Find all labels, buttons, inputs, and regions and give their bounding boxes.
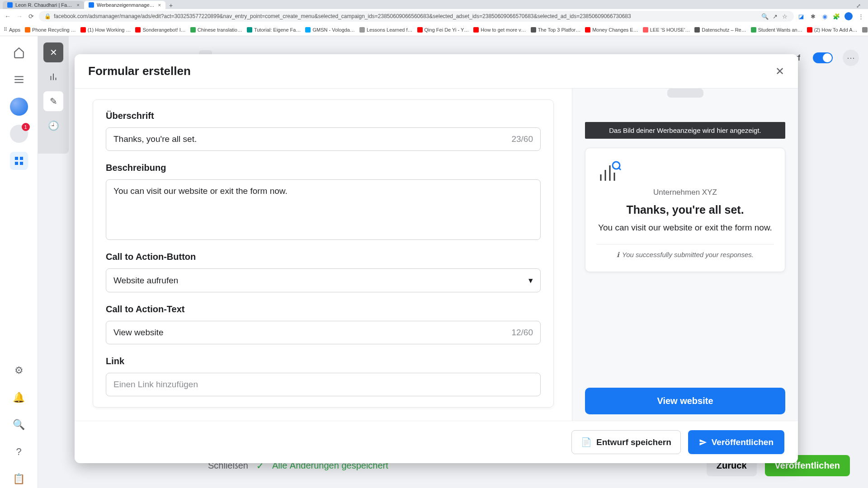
modal-footer: 📄 Entwurf speichern Veröffentlichen (75, 421, 798, 463)
report-button[interactable]: 📋 (10, 470, 28, 488)
link-field[interactable] (113, 380, 533, 389)
headline-input[interactable]: 23/60 (106, 127, 541, 151)
bookmark-item[interactable]: Student Wants an… (751, 27, 802, 33)
profile-avatar[interactable] (844, 12, 853, 20)
bookmark-item[interactable]: (2) How To Add A… (807, 27, 858, 33)
link-input[interactable] (106, 373, 541, 396)
modal-header: Formular erstellen ✕ (75, 54, 798, 89)
bookmark-item[interactable]: Money Changes E… (585, 27, 638, 33)
tab-title: Werbeanzeigenmanager - … (97, 2, 156, 8)
modal-close-button[interactable]: ✕ (775, 65, 784, 78)
insights-button[interactable] (43, 67, 63, 87)
send-icon (699, 438, 707, 446)
preview-headline: Thanks, you're all set. (596, 203, 774, 216)
page-content: 1 ⚙ 🔔 🔍 ? 📋 ✕ ✎ 🕘 ◨ 📁 Neue Kampagne für … (0, 36, 868, 488)
fb-pixel-icon[interactable]: ◪ (797, 13, 805, 20)
svg-rect-4 (20, 157, 23, 160)
new-tab-button[interactable]: + (165, 2, 176, 9)
bookmark-item[interactable]: (1) How Working … (80, 27, 131, 33)
headline-label: Überschrift (106, 111, 541, 121)
description-label: Beschreibung (106, 163, 541, 173)
bookmark-favicon (247, 27, 252, 33)
menu-icon[interactable]: ⋮ (857, 13, 864, 20)
ads-manager-button[interactable] (10, 152, 28, 170)
create-form-modal: Formular erstellen ✕ Überschrift 23/60 B… (75, 54, 798, 463)
share-icon[interactable]: ↗ (771, 13, 778, 20)
preview-chart-icon (596, 161, 774, 183)
close-editor-button[interactable]: ✕ (43, 42, 63, 62)
close-tab-icon[interactable]: × (158, 2, 161, 8)
extension-icon[interactable]: ✱ (809, 13, 816, 20)
history-button[interactable]: 🕘 (43, 116, 63, 136)
publish-form-button[interactable]: Veröffentlichen (688, 430, 784, 454)
address-row: ← → ⟳ 🔒 facebook.com/adsmanager/manage/a… (0, 9, 868, 23)
back-button[interactable]: ← (4, 12, 12, 20)
svg-point-14 (613, 162, 620, 169)
home-button[interactable] (10, 43, 28, 61)
bookmark-item[interactable]: Lessons Learned f… (359, 27, 413, 33)
description-field[interactable] (113, 186, 533, 231)
bookmark-item[interactable]: Datenschutz – Re… (694, 27, 746, 33)
preview-submitted: ℹ You successfully submitted your respon… (596, 244, 774, 259)
bookmark-item[interactable]: Sonderangebot! I… (135, 27, 185, 33)
editor-rail: ✕ ✎ 🕘 (38, 36, 69, 154)
account-avatar[interactable] (10, 98, 28, 116)
forward-button[interactable]: → (15, 12, 24, 20)
notification-badge: 1 (22, 123, 30, 131)
bookmark-item[interactable]: LEE 'S HOUSE'… (643, 27, 690, 33)
bookmark-favicon (305, 27, 311, 33)
expand-icon[interactable]: ⤢ (856, 3, 861, 9)
notifications-avatar[interactable]: 1 (10, 125, 28, 143)
address-bar[interactable]: 🔒 facebook.com/adsmanager/manage/ads/edi… (39, 11, 794, 22)
bookmark-item[interactable]: Phone Recycling … (25, 27, 76, 33)
bookmark-favicon (694, 27, 700, 33)
svg-rect-3 (15, 157, 18, 160)
more-options-button[interactable]: ⋯ (843, 50, 859, 66)
cta-text-label: Call to Action-Text (106, 304, 541, 314)
preview-description: You can visit our website or exit the fo… (596, 222, 774, 234)
edit-button[interactable]: ✎ (43, 91, 63, 111)
bookmark-item[interactable]: GMSN - Vologda… (305, 27, 355, 33)
description-input[interactable] (106, 179, 541, 240)
browser-tab[interactable]: Leon R. Chaudhari | Facebook × (3, 1, 84, 9)
bookmark-favicon (135, 27, 141, 33)
bookmark-item[interactable]: The Top 3 Platfor… (531, 27, 581, 33)
apps-button[interactable]: ⠿ Apps (4, 27, 20, 33)
extension-icon[interactable]: ◉ (821, 13, 828, 20)
bookmark-item[interactable]: Qing Fei De Yi - Y… (417, 27, 469, 33)
bookmark-icon[interactable]: ☆ (781, 13, 788, 20)
search-button[interactable]: 🔍 (10, 416, 28, 434)
help-button[interactable]: ? (10, 443, 28, 461)
svg-rect-5 (15, 162, 18, 165)
headline-field[interactable] (113, 134, 507, 144)
svg-rect-6 (20, 162, 23, 165)
cta-text-counter: 12/60 (511, 328, 533, 338)
toolbar-icons: ◪ ✱ ◉ 🧩 ⋮ (797, 12, 864, 20)
preview-banner: Das Bild deiner Werbeanzeige wird hier a… (585, 122, 785, 139)
bookmark-item[interactable]: Download - Cooki… (862, 27, 868, 33)
notifications-button[interactable]: 🔔 (10, 389, 28, 407)
menu-button[interactable] (10, 70, 28, 89)
cta-text-input[interactable]: 12/60 (106, 321, 541, 344)
save-draft-button[interactable]: 📄 Entwurf speichern (571, 430, 681, 454)
bookmark-favicon (531, 27, 536, 33)
modal-title: Formular erstellen (88, 64, 191, 78)
cta-button-select[interactable]: Website aufrufen ▾ (106, 268, 541, 292)
extension-icon[interactable]: 🧩 (833, 13, 840, 20)
browser-chrome: Leon R. Chaudhari | Facebook × Werbeanze… (0, 0, 868, 36)
active-toggle[interactable] (813, 52, 833, 63)
draft-icon: 📄 (581, 437, 592, 447)
bookmark-item[interactable]: How to get more v… (473, 27, 526, 33)
bookmark-favicon (643, 27, 648, 33)
reload-button[interactable]: ⟳ (27, 12, 35, 20)
preview-cta-button[interactable]: View website (585, 388, 785, 414)
settings-button[interactable]: ⚙ (10, 361, 28, 380)
browser-tab[interactable]: Werbeanzeigenmanager - … × (84, 1, 165, 9)
bookmark-item[interactable]: Chinese translatio… (190, 27, 242, 33)
cta-text-field[interactable] (113, 328, 507, 338)
close-tab-icon[interactable]: × (77, 2, 80, 8)
apps-icon: ⠿ (4, 27, 7, 33)
bookmark-item[interactable]: Tutorial: Eigene Fa… (247, 27, 301, 33)
modal-body: Überschrift 23/60 Beschreibung Call to A… (75, 89, 798, 421)
zoom-icon[interactable]: 🔍 (761, 13, 769, 20)
